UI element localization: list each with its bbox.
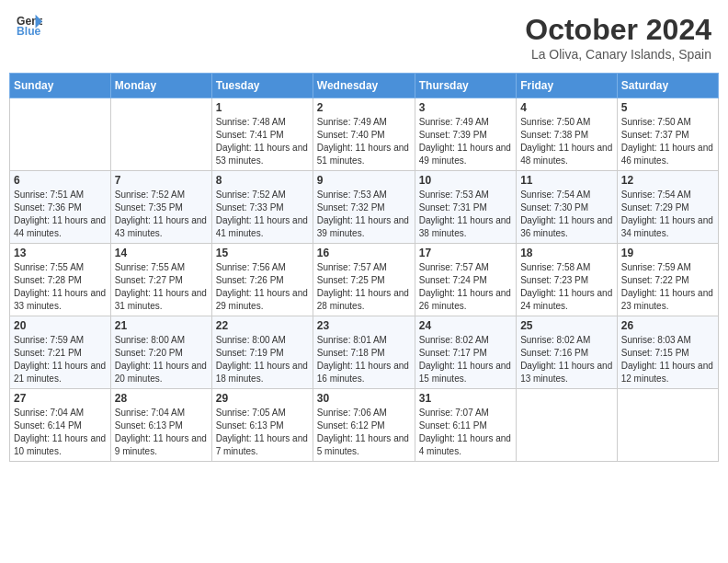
day-number: 12 bbox=[621, 174, 714, 187]
day-number: 11 bbox=[520, 174, 613, 187]
day-number: 10 bbox=[419, 174, 512, 187]
weekday-header: Friday bbox=[517, 74, 618, 98]
calendar-day-cell bbox=[110, 98, 211, 171]
calendar-day-cell: 18Sunrise: 7:58 AM Sunset: 7:23 PM Dayli… bbox=[517, 244, 618, 316]
day-number: 4 bbox=[520, 101, 613, 114]
calendar-day-cell: 28Sunrise: 7:04 AM Sunset: 6:13 PM Dayli… bbox=[110, 389, 211, 462]
weekday-header: Saturday bbox=[617, 74, 718, 98]
month-title: October 2024 bbox=[525, 13, 711, 47]
calendar-day-cell bbox=[617, 389, 718, 462]
svg-text:Blue: Blue bbox=[17, 25, 41, 38]
weekday-header: Tuesday bbox=[211, 74, 313, 98]
day-number: 18 bbox=[520, 247, 613, 259]
day-info: Sunrise: 8:01 AM Sunset: 7:18 PM Dayligh… bbox=[317, 334, 411, 385]
day-info: Sunrise: 7:57 AM Sunset: 7:24 PM Dayligh… bbox=[419, 261, 512, 313]
day-number: 24 bbox=[419, 319, 512, 332]
calendar-day-cell: 2Sunrise: 7:49 AM Sunset: 7:40 PM Daylig… bbox=[313, 98, 415, 171]
calendar-week-row: 6Sunrise: 7:51 AM Sunset: 7:36 PM Daylig… bbox=[10, 171, 719, 244]
day-info: Sunrise: 7:59 AM Sunset: 7:21 PM Dayligh… bbox=[14, 334, 107, 385]
calendar-day-cell: 27Sunrise: 7:04 AM Sunset: 6:14 PM Dayli… bbox=[10, 389, 111, 462]
day-info: Sunrise: 8:00 AM Sunset: 7:19 PM Dayligh… bbox=[216, 334, 309, 385]
day-info: Sunrise: 7:49 AM Sunset: 7:40 PM Dayligh… bbox=[317, 116, 411, 167]
day-info: Sunrise: 7:54 AM Sunset: 7:30 PM Dayligh… bbox=[520, 189, 613, 240]
calendar-day-cell: 22Sunrise: 8:00 AM Sunset: 7:19 PM Dayli… bbox=[211, 316, 313, 389]
calendar-day-cell: 21Sunrise: 8:00 AM Sunset: 7:20 PM Dayli… bbox=[110, 316, 211, 389]
day-number: 16 bbox=[317, 247, 411, 259]
day-info: Sunrise: 7:57 AM Sunset: 7:25 PM Dayligh… bbox=[317, 261, 411, 313]
day-info: Sunrise: 8:02 AM Sunset: 7:17 PM Dayligh… bbox=[419, 334, 512, 385]
calendar-day-cell: 29Sunrise: 7:05 AM Sunset: 6:13 PM Dayli… bbox=[211, 389, 313, 462]
calendar-day-cell: 5Sunrise: 7:50 AM Sunset: 7:37 PM Daylig… bbox=[617, 98, 718, 171]
day-info: Sunrise: 7:06 AM Sunset: 6:12 PM Dayligh… bbox=[317, 407, 411, 458]
day-number: 3 bbox=[419, 101, 512, 114]
location-title: La Oliva, Canary Islands, Spain bbox=[525, 47, 711, 62]
calendar-day-cell: 15Sunrise: 7:56 AM Sunset: 7:26 PM Dayli… bbox=[211, 244, 313, 316]
calendar-day-cell: 31Sunrise: 7:07 AM Sunset: 6:11 PM Dayli… bbox=[415, 389, 516, 462]
day-info: Sunrise: 7:51 AM Sunset: 7:36 PM Dayligh… bbox=[14, 189, 107, 240]
calendar-day-cell: 30Sunrise: 7:06 AM Sunset: 6:12 PM Dayli… bbox=[313, 389, 415, 462]
day-info: Sunrise: 7:49 AM Sunset: 7:39 PM Dayligh… bbox=[419, 116, 512, 167]
day-info: Sunrise: 7:53 AM Sunset: 7:32 PM Dayligh… bbox=[317, 189, 411, 240]
calendar-day-cell: 14Sunrise: 7:55 AM Sunset: 7:27 PM Dayli… bbox=[110, 244, 211, 316]
day-number: 13 bbox=[14, 247, 107, 259]
day-info: Sunrise: 7:04 AM Sunset: 6:13 PM Dayligh… bbox=[115, 407, 208, 458]
day-number: 28 bbox=[115, 392, 208, 405]
day-number: 27 bbox=[14, 392, 107, 405]
day-number: 8 bbox=[216, 174, 309, 187]
logo-icon: General Blue bbox=[17, 13, 42, 39]
day-number: 17 bbox=[419, 247, 512, 259]
calendar-day-cell: 6Sunrise: 7:51 AM Sunset: 7:36 PM Daylig… bbox=[10, 171, 111, 244]
day-info: Sunrise: 7:05 AM Sunset: 6:13 PM Dayligh… bbox=[216, 407, 309, 458]
day-info: Sunrise: 7:50 AM Sunset: 7:38 PM Dayligh… bbox=[520, 116, 613, 167]
day-number: 6 bbox=[14, 174, 107, 187]
day-number: 25 bbox=[520, 319, 613, 332]
day-info: Sunrise: 7:53 AM Sunset: 7:31 PM Dayligh… bbox=[419, 189, 512, 240]
day-number: 26 bbox=[621, 319, 714, 332]
calendar-day-cell bbox=[517, 389, 618, 462]
day-info: Sunrise: 7:54 AM Sunset: 7:29 PM Dayligh… bbox=[621, 189, 714, 240]
day-info: Sunrise: 7:07 AM Sunset: 6:11 PM Dayligh… bbox=[419, 407, 512, 458]
calendar-day-cell: 4Sunrise: 7:50 AM Sunset: 7:38 PM Daylig… bbox=[517, 98, 618, 171]
day-number: 29 bbox=[216, 392, 309, 405]
calendar-day-cell: 19Sunrise: 7:59 AM Sunset: 7:22 PM Dayli… bbox=[617, 244, 718, 316]
day-info: Sunrise: 8:02 AM Sunset: 7:16 PM Dayligh… bbox=[520, 334, 613, 385]
calendar-day-cell bbox=[10, 98, 111, 171]
day-number: 21 bbox=[115, 319, 208, 332]
day-info: Sunrise: 8:00 AM Sunset: 7:20 PM Dayligh… bbox=[115, 334, 208, 385]
day-number: 19 bbox=[621, 247, 714, 259]
day-number: 2 bbox=[317, 101, 411, 114]
calendar-day-cell: 10Sunrise: 7:53 AM Sunset: 7:31 PM Dayli… bbox=[415, 171, 516, 244]
calendar-week-row: 20Sunrise: 7:59 AM Sunset: 7:21 PM Dayli… bbox=[10, 316, 719, 389]
day-info: Sunrise: 7:56 AM Sunset: 7:26 PM Dayligh… bbox=[216, 261, 309, 313]
weekday-header: Sunday bbox=[10, 74, 111, 98]
calendar-day-cell: 13Sunrise: 7:55 AM Sunset: 7:28 PM Dayli… bbox=[10, 244, 111, 316]
page-header: General Blue October 2024 La Oliva, Cana… bbox=[9, 9, 719, 65]
calendar-table: SundayMondayTuesdayWednesdayThursdayFrid… bbox=[9, 73, 719, 462]
day-number: 31 bbox=[419, 392, 512, 405]
day-info: Sunrise: 7:04 AM Sunset: 6:14 PM Dayligh… bbox=[14, 407, 107, 458]
weekday-header: Wednesday bbox=[313, 74, 415, 98]
calendar-day-cell: 8Sunrise: 7:52 AM Sunset: 7:33 PM Daylig… bbox=[211, 171, 313, 244]
calendar-day-cell: 24Sunrise: 8:02 AM Sunset: 7:17 PM Dayli… bbox=[415, 316, 516, 389]
title-area: October 2024 La Oliva, Canary Islands, S… bbox=[525, 13, 711, 62]
calendar-header-row: SundayMondayTuesdayWednesdayThursdayFrid… bbox=[10, 74, 719, 98]
calendar-day-cell: 7Sunrise: 7:52 AM Sunset: 7:35 PM Daylig… bbox=[110, 171, 211, 244]
day-number: 30 bbox=[317, 392, 411, 405]
calendar-week-row: 1Sunrise: 7:48 AM Sunset: 7:41 PM Daylig… bbox=[10, 98, 719, 171]
calendar-day-cell: 11Sunrise: 7:54 AM Sunset: 7:30 PM Dayli… bbox=[517, 171, 618, 244]
calendar-day-cell: 12Sunrise: 7:54 AM Sunset: 7:29 PM Dayli… bbox=[617, 171, 718, 244]
calendar-day-cell: 9Sunrise: 7:53 AM Sunset: 7:32 PM Daylig… bbox=[313, 171, 415, 244]
day-info: Sunrise: 7:55 AM Sunset: 7:27 PM Dayligh… bbox=[115, 261, 208, 313]
day-info: Sunrise: 8:03 AM Sunset: 7:15 PM Dayligh… bbox=[621, 334, 714, 385]
day-number: 15 bbox=[216, 247, 309, 259]
calendar-day-cell: 20Sunrise: 7:59 AM Sunset: 7:21 PM Dayli… bbox=[10, 316, 111, 389]
calendar-day-cell: 16Sunrise: 7:57 AM Sunset: 7:25 PM Dayli… bbox=[313, 244, 415, 316]
day-number: 23 bbox=[317, 319, 411, 332]
calendar-day-cell: 23Sunrise: 8:01 AM Sunset: 7:18 PM Dayli… bbox=[313, 316, 415, 389]
weekday-header: Thursday bbox=[415, 74, 516, 98]
day-number: 20 bbox=[14, 319, 107, 332]
weekday-header: Monday bbox=[110, 74, 211, 98]
logo: General Blue bbox=[17, 13, 44, 39]
calendar-week-row: 27Sunrise: 7:04 AM Sunset: 6:14 PM Dayli… bbox=[10, 389, 719, 462]
day-number: 5 bbox=[621, 101, 714, 114]
